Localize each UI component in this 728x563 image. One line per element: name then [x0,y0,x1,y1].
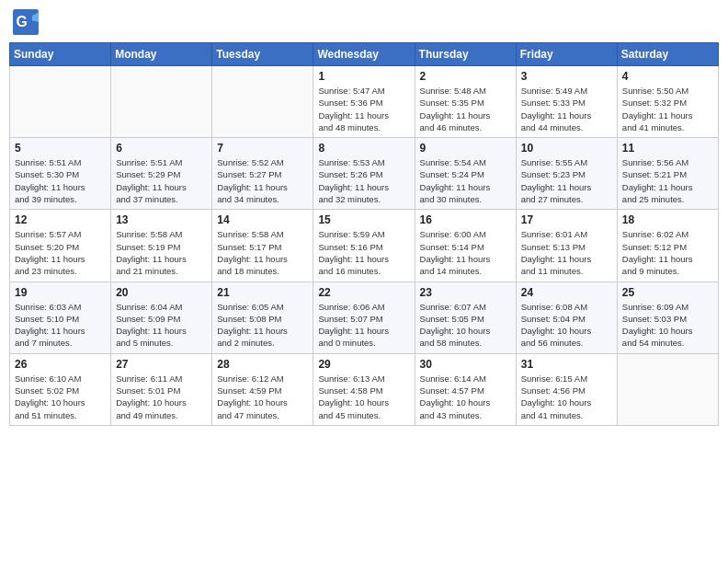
day-info: Sunrise: 6:12 AM Sunset: 4:59 PM Dayligh… [217,373,308,421]
weekday-header-thursday: Thursday [415,43,516,66]
day-info: Sunrise: 6:15 AM Sunset: 4:56 PM Dayligh… [521,373,612,421]
calendar-cell: 15Sunrise: 5:59 AM Sunset: 5:16 PM Dayli… [313,210,415,282]
calendar-cell: 3Sunrise: 5:49 AM Sunset: 5:33 PM Daylig… [516,66,617,138]
day-number: 23 [420,286,511,299]
day-info: Sunrise: 6:08 AM Sunset: 5:04 PM Dayligh… [521,301,612,350]
page-header: G [9,9,719,35]
calendar-cell: 23Sunrise: 6:07 AM Sunset: 5:05 PM Dayli… [415,282,516,353]
calendar-cell: 8Sunrise: 5:53 AM Sunset: 5:26 PM Daylig… [313,138,415,210]
weekday-header-saturday: Saturday [617,43,718,66]
weekday-header-wednesday: Wednesday [313,43,415,66]
calendar-cell: 13Sunrise: 5:58 AM Sunset: 5:19 PM Dayli… [111,210,212,282]
day-info: Sunrise: 6:07 AM Sunset: 5:05 PM Dayligh… [420,301,511,350]
calendar-cell: 21Sunrise: 6:05 AM Sunset: 5:08 PM Dayli… [212,282,313,353]
day-info: Sunrise: 6:00 AM Sunset: 5:14 PM Dayligh… [420,228,511,277]
day-number: 22 [318,286,409,299]
calendar-cell: 18Sunrise: 6:02 AM Sunset: 5:12 PM Dayli… [617,210,718,282]
calendar-cell: 12Sunrise: 5:57 AM Sunset: 5:20 PM Dayli… [10,210,111,282]
day-info: Sunrise: 5:59 AM Sunset: 5:16 PM Dayligh… [318,228,409,277]
day-number: 9 [420,142,511,155]
day-info: Sunrise: 5:47 AM Sunset: 5:36 PM Dayligh… [318,85,409,133]
calendar-cell: 30Sunrise: 6:14 AM Sunset: 4:57 PM Dayli… [415,353,516,425]
day-number: 20 [116,286,207,299]
calendar-cell: 25Sunrise: 6:09 AM Sunset: 5:03 PM Dayli… [617,282,718,353]
day-number: 17 [521,213,612,226]
day-info: Sunrise: 6:06 AM Sunset: 5:07 PM Dayligh… [318,301,409,350]
day-number: 6 [116,142,207,155]
day-number: 12 [15,213,106,226]
calendar-cell: 4Sunrise: 5:50 AM Sunset: 5:32 PM Daylig… [617,66,718,138]
weekday-header-tuesday: Tuesday [212,43,313,66]
calendar-week-3: 12Sunrise: 5:57 AM Sunset: 5:20 PM Dayli… [10,210,719,282]
day-number: 3 [521,70,612,83]
calendar-cell: 31Sunrise: 6:15 AM Sunset: 4:56 PM Dayli… [516,353,617,425]
calendar-cell [111,66,212,138]
day-number: 15 [318,213,409,226]
day-info: Sunrise: 5:50 AM Sunset: 5:32 PM Dayligh… [622,85,713,133]
calendar-cell: 24Sunrise: 6:08 AM Sunset: 5:04 PM Dayli… [516,282,617,353]
day-info: Sunrise: 6:14 AM Sunset: 4:57 PM Dayligh… [420,373,511,421]
day-number: 24 [521,286,612,299]
day-number: 4 [622,70,713,83]
calendar-week-4: 19Sunrise: 6:03 AM Sunset: 5:10 PM Dayli… [10,282,719,353]
calendar-cell: 17Sunrise: 6:01 AM Sunset: 5:13 PM Dayli… [516,210,617,282]
calendar-week-5: 26Sunrise: 6:10 AM Sunset: 5:02 PM Dayli… [10,353,719,425]
day-number: 27 [116,358,207,371]
day-info: Sunrise: 6:03 AM Sunset: 5:10 PM Dayligh… [15,301,106,350]
day-info: Sunrise: 5:51 AM Sunset: 5:30 PM Dayligh… [15,156,106,205]
calendar-cell: 19Sunrise: 6:03 AM Sunset: 5:10 PM Dayli… [10,282,111,353]
day-number: 11 [622,142,713,155]
day-info: Sunrise: 5:58 AM Sunset: 5:17 PM Dayligh… [217,228,308,277]
calendar-cell: 14Sunrise: 5:58 AM Sunset: 5:17 PM Dayli… [212,210,313,282]
day-info: Sunrise: 6:01 AM Sunset: 5:13 PM Dayligh… [521,228,612,277]
day-info: Sunrise: 5:54 AM Sunset: 5:24 PM Dayligh… [420,156,511,205]
logo: G [13,9,40,35]
day-info: Sunrise: 6:04 AM Sunset: 5:09 PM Dayligh… [116,301,207,350]
weekday-header-row: SundayMondayTuesdayWednesdayThursdayFrid… [10,43,719,66]
day-number: 26 [15,358,106,371]
logo-icon: G [13,9,39,35]
day-info: Sunrise: 5:52 AM Sunset: 5:27 PM Dayligh… [217,156,308,205]
day-info: Sunrise: 5:51 AM Sunset: 5:29 PM Dayligh… [116,156,207,205]
calendar: SundayMondayTuesdayWednesdayThursdayFrid… [9,42,719,426]
calendar-cell: 28Sunrise: 6:12 AM Sunset: 4:59 PM Dayli… [212,353,313,425]
day-info: Sunrise: 6:11 AM Sunset: 5:01 PM Dayligh… [116,373,207,421]
day-info: Sunrise: 5:53 AM Sunset: 5:26 PM Dayligh… [318,156,409,205]
calendar-cell: 6Sunrise: 5:51 AM Sunset: 5:29 PM Daylig… [111,138,212,210]
calendar-week-2: 5Sunrise: 5:51 AM Sunset: 5:30 PM Daylig… [10,138,719,210]
calendar-cell [617,353,718,425]
calendar-cell: 1Sunrise: 5:47 AM Sunset: 5:36 PM Daylig… [313,66,415,138]
day-info: Sunrise: 5:58 AM Sunset: 5:19 PM Dayligh… [116,228,207,277]
day-info: Sunrise: 5:56 AM Sunset: 5:21 PM Dayligh… [622,156,713,205]
weekday-header-sunday: Sunday [10,43,111,66]
calendar-cell: 29Sunrise: 6:13 AM Sunset: 4:58 PM Dayli… [313,353,415,425]
day-info: Sunrise: 5:48 AM Sunset: 5:35 PM Dayligh… [420,85,511,133]
day-number: 1 [318,70,409,83]
calendar-cell: 27Sunrise: 6:11 AM Sunset: 5:01 PM Dayli… [111,353,212,425]
day-info: Sunrise: 6:05 AM Sunset: 5:08 PM Dayligh… [217,301,308,350]
day-number: 19 [15,286,106,299]
calendar-cell: 22Sunrise: 6:06 AM Sunset: 5:07 PM Dayli… [313,282,415,353]
calendar-cell [10,66,111,138]
weekday-header-monday: Monday [111,43,212,66]
day-number: 16 [420,213,511,226]
day-number: 21 [217,286,308,299]
calendar-cell: 5Sunrise: 5:51 AM Sunset: 5:30 PM Daylig… [10,138,111,210]
calendar-cell: 11Sunrise: 5:56 AM Sunset: 5:21 PM Dayli… [617,138,718,210]
day-number: 7 [217,142,308,155]
svg-text:G: G [17,14,28,29]
day-number: 13 [116,213,207,226]
day-number: 8 [318,142,409,155]
day-number: 29 [318,358,409,371]
day-info: Sunrise: 6:02 AM Sunset: 5:12 PM Dayligh… [622,228,713,277]
day-info: Sunrise: 5:55 AM Sunset: 5:23 PM Dayligh… [521,156,612,205]
day-number: 25 [622,286,713,299]
day-info: Sunrise: 5:49 AM Sunset: 5:33 PM Dayligh… [521,85,612,133]
calendar-cell: 2Sunrise: 5:48 AM Sunset: 5:35 PM Daylig… [415,66,516,138]
calendar-cell: 10Sunrise: 5:55 AM Sunset: 5:23 PM Dayli… [516,138,617,210]
calendar-cell: 7Sunrise: 5:52 AM Sunset: 5:27 PM Daylig… [212,138,313,210]
calendar-cell [212,66,313,138]
day-number: 2 [420,70,511,83]
calendar-cell: 26Sunrise: 6:10 AM Sunset: 5:02 PM Dayli… [10,353,111,425]
day-number: 31 [521,358,612,371]
